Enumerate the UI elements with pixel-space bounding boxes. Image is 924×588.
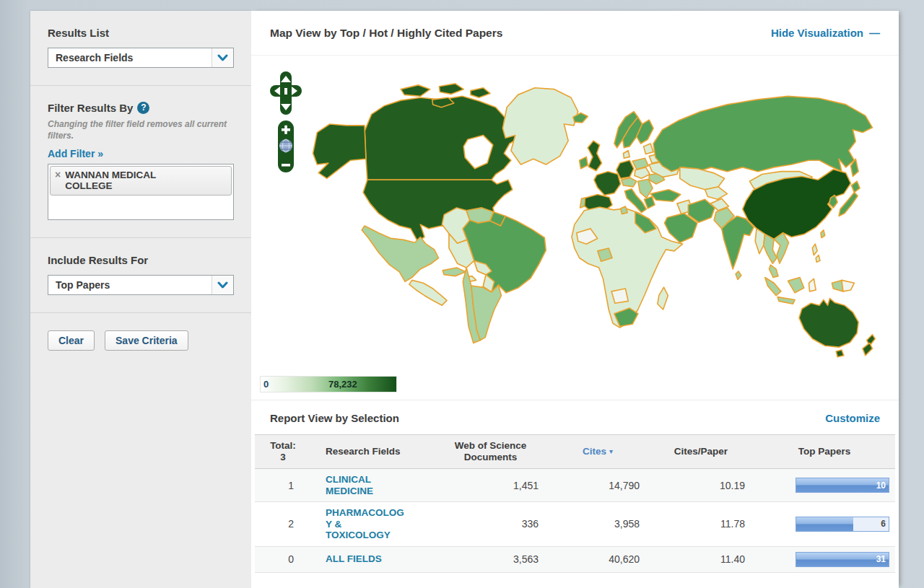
active-filters-list: × WANNAN MEDICAL COLLEGE (48, 164, 234, 220)
cites-label: Cites (583, 446, 606, 457)
central-america (409, 280, 447, 305)
borneo (788, 278, 804, 293)
chevron-down-icon (212, 48, 233, 67)
results-list-dropdown[interactable]: Research Fields (48, 48, 234, 68)
map-navigation-controls (270, 71, 302, 177)
country-russia (653, 96, 872, 171)
baltic-states (644, 144, 654, 154)
country-malaysia (769, 265, 778, 277)
top-papers-cell: 10 (754, 473, 895, 498)
pan-control[interactable] (270, 71, 302, 115)
country-philippines (816, 255, 820, 263)
docs-cell: 336 (434, 513, 547, 535)
include-results-dropdown[interactable]: Top Papers (48, 275, 234, 295)
chevron-down-icon (212, 276, 233, 294)
alpine-states (622, 177, 637, 187)
country-kazakhstan (680, 167, 725, 190)
country-greenland (502, 88, 578, 164)
sumatra (765, 278, 781, 296)
country-ireland (580, 157, 588, 168)
column-research-fields: Research Fields (311, 442, 434, 462)
zoom-control[interactable] (278, 120, 294, 172)
include-results-heading: Include Results For (48, 254, 234, 266)
main-panel: Map View by Top / Hot / Highly Cited Pap… (251, 11, 899, 588)
map-view-title: Map View by Top / Hot / Highly Cited Pap… (270, 27, 502, 40)
rank-cell: 2 (255, 513, 311, 535)
top-papers-value: 6 (881, 519, 886, 529)
field-cell: ALL FIELDS (311, 548, 434, 570)
country-japan (839, 193, 858, 216)
country-japan (851, 181, 860, 192)
top-papers-value: 31 (876, 554, 886, 564)
hide-visualization-label: Hide Visualization (771, 27, 863, 39)
filter-note: Changing the filter field removes all cu… (48, 118, 234, 141)
country-mexico (362, 226, 438, 281)
clear-button[interactable]: Clear (48, 330, 95, 351)
cites-per-paper-cell: 11.78 (648, 513, 754, 535)
cites-cell: 14,790 (547, 475, 648, 496)
top-papers-bar: 6 (796, 517, 889, 532)
cites-per-paper-cell: 10.19 (648, 475, 754, 496)
field-link[interactable]: CLINICAL MEDICINE (326, 474, 405, 496)
docs-cell: 1,451 (434, 475, 547, 496)
country-angola (611, 289, 628, 303)
sort-descending-icon: ▾ (609, 447, 613, 455)
add-filter-link[interactable]: Add Filter » (48, 148, 103, 159)
total-value: 3 (258, 452, 308, 463)
country-portugal (580, 198, 585, 208)
country-turkey (650, 190, 681, 201)
cites-cell: 3,958 (547, 513, 648, 535)
remove-filter-icon[interactable]: × (55, 170, 61, 180)
include-results-section: Include Results For Top Papers (30, 238, 251, 313)
criteria-buttons-section: Clear Save Criteria (30, 313, 251, 368)
filter-results-section: Filter Results By? Changing the filter f… (30, 86, 251, 238)
total-label: Total: (258, 440, 308, 452)
help-icon[interactable]: ? (137, 102, 149, 114)
country-india (722, 216, 754, 269)
country-madagascar (658, 287, 668, 310)
central-asia (705, 187, 728, 199)
country-new-zealand (863, 343, 873, 355)
canada-arctic-islands (401, 85, 430, 96)
country-brazil (463, 216, 546, 293)
results-list-heading: Results List (48, 27, 234, 39)
table-header-row: Total: 3 Research Fields Web of Science … (255, 434, 895, 469)
filter-chip[interactable]: × WANNAN MEDICAL COLLEGE (50, 166, 232, 196)
field-cell: PHARMACOLOGY & TOXICOLOGY (311, 502, 434, 546)
report-view-title: Report View by Selection (270, 412, 399, 424)
legend-min: 0 (263, 379, 269, 390)
cites-cell: 40,620 (547, 548, 648, 570)
save-criteria-button[interactable]: Save Criteria (105, 330, 188, 351)
report-view-header: Report View by Selection Customize (251, 400, 899, 434)
world-map[interactable] (261, 61, 882, 372)
filters-sidebar: Results List Research Fields Filter Resu… (30, 11, 251, 588)
country-denmark (624, 151, 630, 159)
country-germany (616, 160, 634, 178)
column-cites-sort[interactable]: Cites ▾ (547, 442, 648, 462)
column-wos-documents: Web of Science Documents (434, 436, 547, 468)
globe-icon (279, 139, 292, 152)
table-row: 0 ALL FIELDS 3,563 40,620 11.40 31 (255, 547, 895, 573)
tasmania (836, 350, 844, 357)
sulawesi (809, 278, 816, 291)
field-cell: CLINICAL MEDICINE (311, 469, 434, 501)
country-sri-lanka (736, 271, 741, 280)
collapse-icon: — (869, 27, 880, 39)
rank-cell: 1 (255, 475, 311, 496)
country-canada (365, 96, 517, 180)
filter-results-heading: Filter Results By? (48, 102, 234, 114)
table-row: 2 PHARMACOLOGY & TOXICOLOGY 336 3,958 11… (255, 502, 895, 547)
hide-visualization-link[interactable]: Hide Visualization— (771, 27, 880, 39)
top-papers-bar: 10 (796, 478, 889, 493)
canada-arctic-islands (439, 84, 463, 94)
field-link[interactable]: ALL FIELDS (326, 553, 412, 565)
top-papers-cell: 31 (754, 547, 895, 572)
country-tunisia (621, 206, 628, 214)
report-table: Total: 3 Research Fields Web of Science … (255, 434, 895, 573)
field-link[interactable]: PHARMACOLOGY & TOXICOLOGY (326, 507, 405, 541)
country-cuba (443, 268, 466, 276)
choropleth-map: 0 78,232 (251, 56, 899, 400)
docs-cell: 3,563 (434, 548, 547, 570)
customize-link[interactable]: Customize (825, 412, 880, 424)
java (777, 297, 795, 304)
